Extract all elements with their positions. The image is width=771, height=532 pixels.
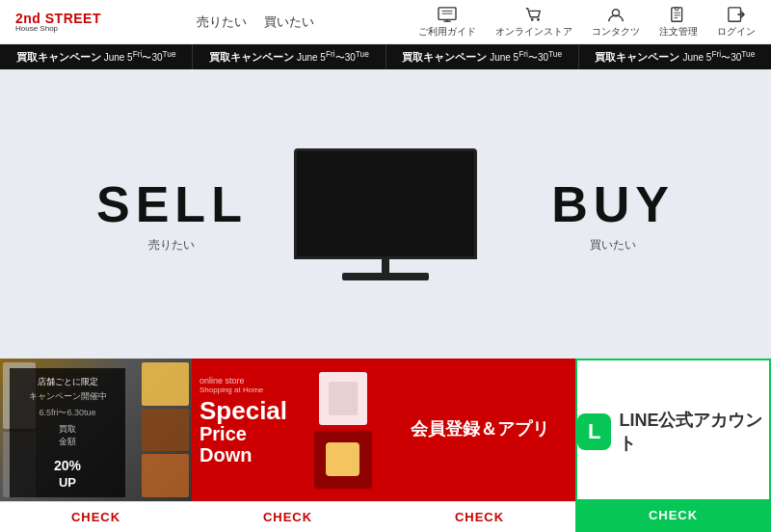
nav-login-label: ログイン bbox=[717, 25, 756, 39]
ticker-date-4: June 5Fri〜30Tue bbox=[682, 49, 755, 65]
nav-guide[interactable]: ご利用ガイド bbox=[418, 6, 476, 39]
campaign-line1: 店舗ごとに限定 bbox=[19, 376, 116, 388]
ticker-label-1: 買取キャンペーン bbox=[16, 50, 101, 65]
online-label: online store bbox=[199, 376, 287, 386]
order-icon bbox=[668, 6, 689, 23]
cards-row: 店舗ごとに限定 キャンペーン開催中 6.5fri〜6.30tue 買取金額 20… bbox=[0, 359, 771, 532]
clothing-image bbox=[319, 372, 367, 425]
card-membership-check-label: CHECK bbox=[455, 510, 504, 524]
svg-point-6 bbox=[537, 18, 540, 21]
card-campaign-bg: 店舗ごとに限定 キャンペーン開催中 6.5fri〜6.30tue 買取金額 20… bbox=[0, 359, 192, 501]
nav-online-label: オンラインストア bbox=[495, 25, 572, 39]
card-line-check-label: CHECK bbox=[649, 508, 698, 522]
tv-stand-base bbox=[342, 273, 429, 280]
campaign-line2: キャンペーン開催中 bbox=[19, 390, 116, 403]
campaign-up: UP bbox=[19, 475, 116, 490]
sell-big-text: SELL bbox=[96, 175, 248, 233]
hero-section: SELL 売りたい BUY 買いたい bbox=[0, 69, 771, 359]
price-text: Price bbox=[199, 423, 287, 444]
ticker-item-4: 買取キャンペーン June 5Fri〜30Tue bbox=[579, 44, 771, 69]
logo[interactable]: 2nd STREET House Shop bbox=[15, 12, 101, 33]
special-text: Special bbox=[199, 398, 287, 423]
bg-item-3 bbox=[142, 454, 189, 497]
card-special-price-check[interactable]: CHECK bbox=[192, 501, 384, 532]
card-special-price-inner: online store Shopping at Home Special Pr… bbox=[192, 359, 384, 501]
svg-rect-8 bbox=[672, 7, 682, 20]
ticker-item-2: 買取キャンペーン June 5Fri〜30Tue bbox=[193, 44, 386, 69]
card-campaign-check-label: CHECK bbox=[71, 510, 120, 524]
card-line[interactable]: L LINE公式アカウント CHECK bbox=[575, 359, 771, 532]
ticker-date-3: June 5Fri〜30Tue bbox=[490, 49, 562, 65]
hero-tv-image bbox=[289, 148, 482, 280]
clothing-shape bbox=[329, 382, 358, 415]
header: 2nd STREET House Shop 売りたい 買いたい ご利用ガイド オ… bbox=[0, 0, 771, 44]
card-special-price[interactable]: online store Shopping at Home Special Pr… bbox=[192, 359, 384, 532]
nav-order[interactable]: 注文管理 bbox=[659, 6, 698, 39]
line-icon-text: L bbox=[588, 419, 600, 444]
membership-title-text: 会員登録＆アプリ bbox=[411, 419, 549, 439]
campaign-pct-label: 買取金額 bbox=[19, 423, 116, 448]
card-special-price-check-label: CHECK bbox=[263, 510, 312, 524]
ticker-label-2: 買取キャンペーン bbox=[209, 50, 294, 65]
contact-icon bbox=[605, 6, 626, 23]
down-text: Down bbox=[199, 444, 287, 466]
card-campaign-overlay: 店舗ごとに限定 キャンペーン開催中 6.5fri〜6.30tue 買取金額 20… bbox=[10, 368, 125, 497]
buy-jp-text: 買いたい bbox=[551, 237, 675, 253]
tv-screen bbox=[294, 148, 477, 259]
ticker-label-4: 買取キャンペーン bbox=[595, 50, 679, 65]
campaign-date: 6.5fri〜6.30tue bbox=[19, 407, 116, 419]
bg-item-1 bbox=[142, 362, 189, 406]
card-membership-inner: 会員登録＆アプリ bbox=[384, 359, 575, 501]
hero-sell[interactable]: SELL 売りたい bbox=[96, 175, 248, 253]
main-nav: 売りたい 買いたい bbox=[197, 13, 314, 31]
bag-image bbox=[314, 431, 372, 489]
nav-right: ご利用ガイド オンラインストア コンタクツ bbox=[418, 6, 756, 39]
card-special-price-images bbox=[302, 359, 384, 501]
login-icon bbox=[726, 6, 747, 23]
card-line-logo: L LINE公式アカウント bbox=[577, 409, 769, 455]
line-icon: L bbox=[577, 413, 611, 450]
ticker-banner: 買取キャンペーン June 5Fri〜30Tue 買取キャンペーン June 5… bbox=[0, 44, 771, 69]
card-membership-title: 会員登録＆アプリ bbox=[411, 417, 549, 441]
sell-jp-text: 売りたい bbox=[96, 237, 248, 253]
guide-icon bbox=[437, 6, 458, 23]
logo-sub: House Shop bbox=[15, 25, 101, 33]
ticker-date-1: June 5Fri〜30Tue bbox=[104, 49, 176, 65]
card-campaign[interactable]: 店舗ごとに限定 キャンペーン開催中 6.5fri〜6.30tue 買取金額 20… bbox=[0, 359, 192, 532]
nav-guide-label: ご利用ガイド bbox=[418, 25, 476, 39]
card-campaign-bg-items bbox=[139, 359, 192, 501]
nav-buy-link[interactable]: 買いたい bbox=[264, 13, 314, 31]
card-line-check[interactable]: CHECK bbox=[577, 499, 769, 530]
bg-item-2 bbox=[142, 409, 189, 452]
ticker-date-2: June 5Fri〜30Tue bbox=[297, 49, 369, 65]
campaign-pct-unit: % bbox=[69, 458, 81, 473]
buy-big-text: BUY bbox=[551, 175, 675, 233]
logo-brand: 2nd STREET bbox=[15, 12, 101, 25]
bag-shape bbox=[326, 442, 359, 476]
line-official-text: LINE公式アカウント bbox=[619, 409, 769, 455]
nav-sell-link[interactable]: 売りたい bbox=[197, 13, 247, 31]
nav-online-store[interactable]: オンラインストア bbox=[495, 6, 572, 39]
card-line-inner: L LINE公式アカウント bbox=[577, 360, 769, 503]
ticker-item-3: 買取キャンペーン June 5Fri〜30Tue bbox=[386, 44, 579, 69]
shopping-label: Shopping at Home bbox=[199, 386, 287, 394]
nav-contact[interactable]: コンタクツ bbox=[592, 6, 640, 39]
hero-buy[interactable]: BUY 買いたい bbox=[551, 175, 675, 253]
tv-stand-neck bbox=[382, 259, 389, 273]
cart-icon bbox=[523, 6, 545, 23]
ticker-label-3: 買取キャンペーン bbox=[402, 50, 487, 65]
campaign-pct-num: 20 bbox=[54, 458, 69, 473]
svg-rect-9 bbox=[675, 7, 678, 10]
nav-contact-label: コンタクツ bbox=[592, 25, 640, 39]
nav-login[interactable]: ログイン bbox=[717, 6, 756, 39]
svg-point-5 bbox=[531, 18, 534, 21]
card-membership[interactable]: 会員登録＆アプリ CHECK bbox=[384, 359, 575, 532]
ticker-item-1: 買取キャンペーン June 5Fri〜30Tue bbox=[0, 44, 193, 69]
nav-order-label: 注文管理 bbox=[659, 25, 698, 39]
card-membership-check[interactable]: CHECK bbox=[384, 501, 575, 532]
campaign-pct: 20% bbox=[19, 448, 116, 475]
card-special-price-text: online store Shopping at Home Special Pr… bbox=[199, 376, 287, 466]
card-campaign-check[interactable]: CHECK bbox=[0, 501, 192, 532]
